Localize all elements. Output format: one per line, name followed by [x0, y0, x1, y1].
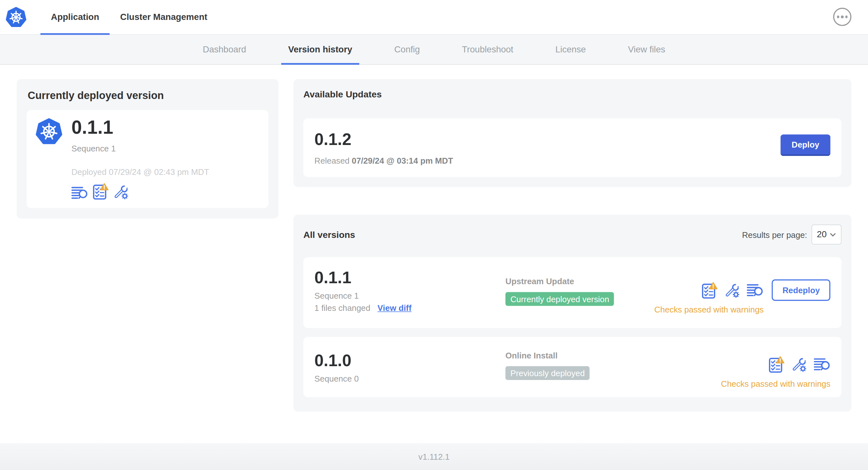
preflight-status-text: Checks passed with warnings [654, 305, 764, 314]
deploy-logs-icon[interactable] [71, 187, 88, 200]
row-version-number: 0.1.0 [314, 351, 505, 370]
files-changed: 1 files changed [314, 303, 370, 312]
row-source: Online Install [505, 351, 721, 360]
subtab-troubleshoot[interactable]: Troubleshoot [455, 35, 520, 64]
available-updates-title: Available Updates [303, 89, 842, 100]
kubernetes-app-icon [35, 118, 62, 145]
app-sub-nav: Dashboard Version history Config Trouble… [0, 35, 868, 65]
all-versions-title: All versions [303, 229, 355, 240]
deployment-status-badge: Currently deployed version [505, 292, 614, 306]
update-released-line: Released07/29/24 @ 03:14 pm MDT [314, 156, 453, 165]
config-icon[interactable] [114, 184, 128, 199]
currently-deployed-panel: Currently deployed version 0.1.1 Sequenc… [17, 79, 279, 218]
deploy-logs-icon[interactable] [747, 284, 764, 297]
deployed-actions [71, 183, 209, 200]
tab-cluster-management-label: Cluster Management [120, 12, 208, 22]
currently-deployed-title: Currently deployed version [28, 90, 269, 102]
currently-deployed-card: 0.1.1 Sequence 1 Deployed 07/29/24 @ 02:… [27, 110, 269, 208]
view-diff-link[interactable]: View diff [377, 303, 411, 312]
tab-cluster-management[interactable]: Cluster Management [110, 0, 218, 34]
kubernetes-logo-icon [5, 7, 26, 28]
update-version-number: 0.1.2 [314, 130, 453, 148]
preflight-checks-warning-icon[interactable] [702, 282, 718, 299]
admin-console-version: v1.112.1 [418, 452, 450, 461]
preflight-checks-warning-icon[interactable] [769, 356, 784, 373]
results-per-page-select[interactable]: 20 [812, 225, 842, 245]
deployed-timestamp: Deployed 07/29/24 @ 02:43 pm MDT [71, 167, 209, 176]
released-prefix: Released [314, 156, 349, 165]
deployment-status-badge: Previously deployed [505, 366, 590, 380]
row-actions [769, 356, 830, 373]
version-row: 0.1.0 Sequence 0 Online Install Previous… [303, 337, 842, 397]
config-icon[interactable] [725, 283, 740, 298]
tab-application[interactable]: Application [40, 0, 110, 34]
preflight-status-text: Checks passed with warnings [721, 379, 830, 388]
row-source: Upstream Update [505, 276, 654, 286]
subtab-version-history[interactable]: Version history [281, 35, 359, 64]
preflight-checks-warning-icon[interactable] [93, 183, 108, 200]
available-updates-panel: Available Updates 0.1.2 Released07/29/24… [293, 79, 851, 187]
subtab-config[interactable]: Config [387, 35, 427, 64]
results-per-page: Results per page: 20 [742, 225, 841, 245]
results-per-page-value: 20 [817, 230, 827, 239]
tab-application-label: Application [51, 12, 99, 22]
footer: v1.112.1 [0, 443, 868, 470]
deploy-logs-icon[interactable] [814, 358, 830, 371]
subtab-view-files[interactable]: View files [621, 35, 673, 64]
ellipsis-icon [837, 16, 839, 18]
subtab-license[interactable]: License [548, 35, 593, 64]
all-versions-panel: All versions Results per page: 20 0.1.1 … [293, 215, 851, 412]
config-icon[interactable] [792, 357, 807, 372]
subtab-dashboard[interactable]: Dashboard [196, 35, 253, 64]
deployed-version-number: 0.1.1 [71, 116, 209, 139]
right-column: Available Updates 0.1.2 Released07/29/24… [293, 79, 851, 411]
row-actions [702, 282, 764, 299]
results-per-page-label: Results per page: [742, 230, 807, 239]
row-version-number: 0.1.1 [314, 268, 505, 287]
released-date: 07/29/24 @ 03:14 pm MDT [352, 156, 453, 165]
top-nav: Application Cluster Management [0, 0, 868, 35]
row-sequence: Sequence 0 [314, 374, 505, 383]
chevron-down-icon [830, 233, 836, 237]
redeploy-button[interactable]: Redeploy [772, 279, 830, 301]
overflow-menu-button[interactable] [833, 8, 851, 26]
row-sequence: Sequence 1 [314, 291, 505, 300]
app-window: Application Cluster Management Dashboard… [0, 0, 868, 470]
main-content: Currently deployed version 0.1.1 Sequenc… [0, 65, 868, 411]
deployed-sequence: Sequence 1 [71, 144, 209, 153]
version-row: 0.1.1 Sequence 1 1 files changed View di… [303, 257, 842, 328]
all-versions-header: All versions Results per page: 20 [303, 225, 842, 245]
deployed-version-info: 0.1.1 Sequence 1 Deployed 07/29/24 @ 02:… [71, 116, 209, 199]
update-card: 0.1.2 Released07/29/24 @ 03:14 pm MDT De… [303, 118, 842, 177]
deploy-button[interactable]: Deploy [780, 134, 830, 156]
